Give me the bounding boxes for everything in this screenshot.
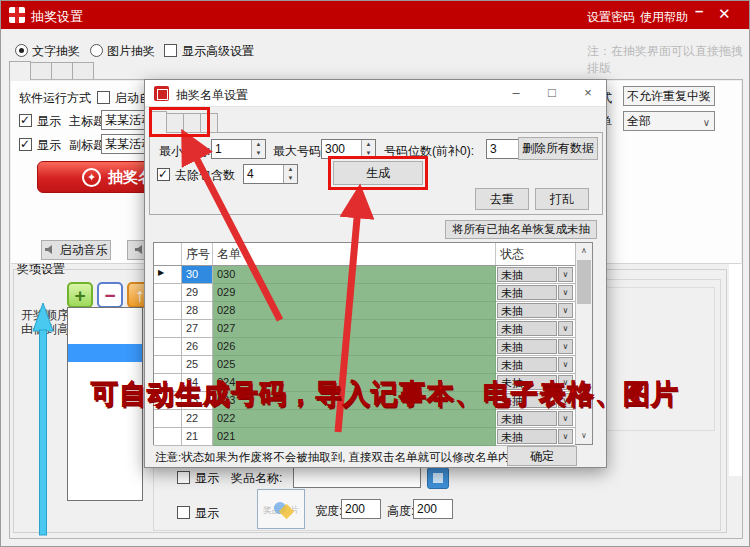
width-input[interactable]: 200 [341,499,381,519]
generate-button[interactable]: 生成 [333,161,423,185]
status-cell[interactable]: 未抽∨ [496,266,575,284]
main-tab[interactable] [51,62,73,80]
seq-cell[interactable]: 28 [182,302,213,320]
name-cell[interactable]: 022 [213,410,496,428]
main-tab[interactable] [30,62,52,80]
chevron-down-icon[interactable]: ∨ [558,303,573,318]
table-row[interactable]: 28 028 未抽∨ [154,302,575,320]
prize-list-item[interactable] [68,308,142,326]
row-selector-cell[interactable] [154,356,182,374]
dialog-tab[interactable] [183,113,201,133]
show-sub-title-checkbox[interactable] [19,138,32,151]
seq-cell[interactable]: 29 [182,284,213,302]
radio-image-lottery[interactable] [90,44,103,57]
minimize-icon[interactable]: – [695,2,703,19]
dialog-minimize-icon[interactable]: – [507,85,525,100]
status-cell[interactable]: 未抽∨ [496,320,575,338]
row-selector-cell[interactable] [154,266,182,284]
win-mode-select[interactable]: 不允许重复中奖 [623,86,715,106]
chevron-down-icon[interactable]: ∨ [558,429,573,444]
prize-list-item[interactable] [68,326,142,344]
scroll-down-icon[interactable]: ∨ [576,428,592,444]
dialog-tab[interactable] [149,111,167,133]
seq-cell[interactable]: 22 [182,410,213,428]
seq-cell[interactable]: 27 [182,320,213,338]
dialog-maximize-icon[interactable]: □ [543,85,561,100]
name-cell[interactable]: 030 [213,266,496,284]
table-row[interactable]: 29 029 未抽∨ [154,284,575,302]
start-music-button[interactable]: 启动音乐 [41,240,111,260]
name-cell[interactable]: 025 [213,356,496,374]
seq-cell[interactable]: 21 [182,428,213,446]
autostart-checkbox[interactable] [97,91,110,104]
chevron-down-icon[interactable]: ∨ [558,321,573,336]
prize-name-input[interactable] [293,466,421,488]
scroll-thumb[interactable] [577,260,591,304]
max-number-stepper[interactable]: 300▲▼ [321,139,376,159]
spin-up-icon[interactable]: ▲ [362,140,375,149]
status-cell[interactable]: 未抽∨ [496,410,575,428]
delete-all-button[interactable]: 删除所有数据 [518,137,598,160]
status-cell[interactable]: 未抽∨ [496,428,575,446]
prize-image-button[interactable]: 奖品图片 [257,489,305,529]
shuffle-button[interactable]: 打乱 [535,188,589,210]
help-button[interactable]: 使用帮助 [640,9,688,26]
seq-cell[interactable]: 30 [182,266,213,284]
dedupe-button[interactable]: 去重 [475,188,529,210]
table-scrollbar[interactable]: ∧ ∨ [575,243,592,444]
status-cell[interactable]: 未抽∨ [496,302,575,320]
main-tab[interactable] [72,62,94,80]
table-row[interactable]: 27 027 未抽∨ [154,320,575,338]
name-cell[interactable]: 026 [213,338,496,356]
chevron-down-icon[interactable]: ∨ [558,357,573,372]
spin-up-icon[interactable]: ▲ [252,140,265,149]
spin-down-icon[interactable]: ▼ [284,174,297,183]
show-prize-name-checkbox[interactable] [177,471,190,484]
row-selector-cell[interactable] [154,338,182,356]
name-cell[interactable]: 028 [213,302,496,320]
row-selector-cell[interactable] [154,320,182,338]
status-cell[interactable]: 未抽∨ [496,338,575,356]
name-cell[interactable]: 027 [213,320,496,338]
seq-cell[interactable]: 26 [182,338,213,356]
dialog-tab[interactable] [200,113,218,133]
exclude-stepper[interactable]: 4▲▼ [243,164,298,184]
row-selector-cell[interactable] [154,428,182,446]
table-row[interactable]: 25 025 未抽∨ [154,356,575,374]
advanced-settings-checkbox[interactable] [164,44,177,57]
dialog-tab[interactable] [166,113,184,133]
main-tab[interactable] [9,61,31,80]
add-prize-button[interactable]: + [67,282,93,308]
height-input[interactable]: 200 [413,499,453,519]
name-cell[interactable]: 029 [213,284,496,302]
list-filter-select[interactable]: 全部 [623,111,715,131]
spin-down-icon[interactable]: ▼ [252,149,265,158]
spin-down-icon[interactable]: ▼ [362,149,375,158]
dialog-close-icon[interactable]: × [579,85,597,100]
exclude-checkbox[interactable] [157,168,170,181]
name-cell[interactable]: 021 [213,428,496,446]
prize-name-style-button[interactable] [427,467,449,489]
chevron-down-icon[interactable]: ∨ [558,267,573,282]
min-number-stepper[interactable]: 1▲▼ [211,139,266,159]
seq-cell[interactable]: 25 [182,356,213,374]
show-prize-image-checkbox[interactable] [177,506,190,519]
table-row[interactable]: 22 022 未抽∨ [154,410,575,428]
show-main-title-checkbox[interactable] [19,114,32,127]
chevron-down-icon[interactable]: ∨ [558,285,573,300]
close-icon[interactable]: ✕ [718,5,731,23]
restore-all-button[interactable]: 将所有已抽名单恢复成未抽 [445,220,597,239]
spin-up-icon[interactable]: ▲ [284,165,297,174]
status-cell[interactable]: 未抽∨ [496,356,575,374]
table-row[interactable]: 21 021 未抽∨ [154,428,575,446]
row-selector-cell[interactable] [154,410,182,428]
set-password-button[interactable]: 设置密码 [587,9,635,26]
status-cell[interactable]: 未抽∨ [496,284,575,302]
prize-list-item[interactable] [68,344,142,362]
table-row[interactable]: 30 030 未抽∨ [154,266,575,284]
scroll-up-icon[interactable]: ∧ [576,243,592,259]
chevron-down-icon[interactable]: ∨ [558,339,573,354]
table-row[interactable]: 26 026 未抽∨ [154,338,575,356]
ok-button[interactable]: 确定 [507,446,577,466]
row-selector-cell[interactable] [154,302,182,320]
